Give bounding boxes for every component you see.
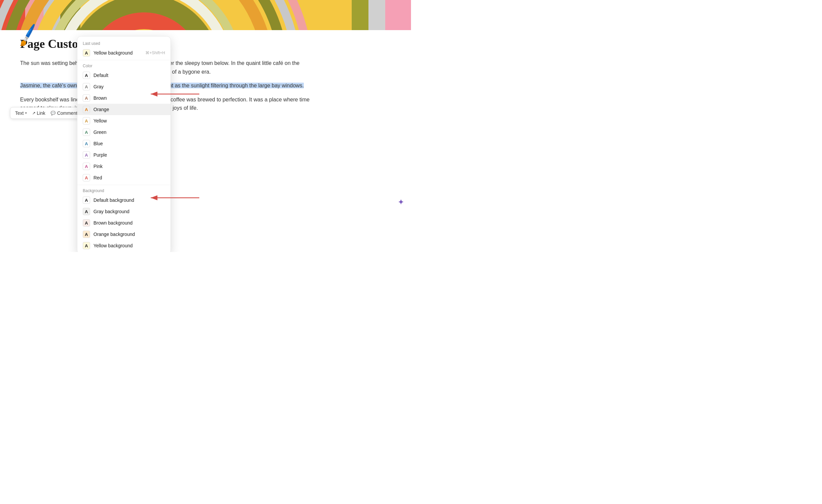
last-used-color-icon: A (83, 49, 90, 57)
last-used-shortcut: ⌘+Shift+H (145, 51, 165, 55)
bg-default-icon: A (83, 196, 90, 204)
color-orange-icon: A (83, 106, 90, 113)
background-section-label: Background (77, 186, 170, 194)
link-button[interactable]: ↗ Link (31, 110, 47, 116)
bg-yellow-label: Yellow background (93, 243, 165, 248)
link-icon: ↗ (32, 111, 36, 115)
color-default[interactable]: A Default (77, 70, 170, 81)
bg-default-label: Default background (93, 197, 165, 203)
divider-1 (77, 60, 170, 60)
color-gray[interactable]: A Gray (77, 81, 170, 92)
color-blue-label: Blue (93, 141, 165, 146)
color-red[interactable]: A Red (77, 172, 170, 183)
color-blue[interactable]: A Blue (77, 138, 170, 149)
color-purple-icon: A (83, 151, 90, 159)
color-yellow[interactable]: A Yellow (77, 115, 170, 127)
page-content-area: Page Customizat... The sun was setting b… (0, 30, 411, 124)
bg-brown-label: Brown background (93, 220, 165, 226)
paragraph-1: The sun was setting behind the distant m… (20, 59, 391, 76)
color-purple-label: Purple (93, 152, 165, 158)
sparkle-icon[interactable]: ✦ (398, 197, 404, 207)
header-banner (0, 0, 411, 30)
bg-brown[interactable]: A Brown background (77, 217, 170, 229)
text-label: Text (15, 110, 24, 116)
bg-yellow[interactable]: A Yellow background (77, 240, 170, 251)
color-brown[interactable]: A Brown (77, 92, 170, 104)
color-brown-icon: A (83, 94, 90, 102)
svg-rect-13 (352, 0, 368, 30)
bg-gray[interactable]: A Gray background (77, 206, 170, 217)
color-default-label: Default (93, 73, 165, 78)
color-section-label: Color (77, 62, 170, 70)
bg-yellow-icon: A (83, 242, 90, 249)
color-pink-label: Pink (93, 164, 165, 169)
link-label: Link (37, 110, 46, 116)
color-blue-icon: A (83, 140, 90, 147)
bg-orange[interactable]: A Orange background (77, 229, 170, 240)
comment-label: Comment (57, 110, 77, 116)
comment-icon: 💬 (51, 111, 56, 115)
color-pink[interactable]: A Pink (77, 161, 170, 172)
color-yellow-label: Yellow (93, 118, 165, 123)
last-used-item-label: Yellow background (93, 50, 142, 56)
color-pink-icon: A (83, 163, 90, 170)
divider-2 (77, 185, 170, 185)
color-green-label: Green (93, 130, 165, 135)
chevron-down-icon: ▾ (25, 111, 27, 115)
color-picker-dropdown: Last used A Yellow background ⌘+Shift+H … (77, 36, 171, 252)
color-red-label: Red (93, 175, 165, 180)
color-green[interactable]: A Green (77, 127, 170, 138)
text-type-button[interactable]: Text ▾ (14, 110, 28, 116)
bg-default[interactable]: A Default background (77, 194, 170, 206)
last-used-label: Last used (77, 39, 170, 47)
paragraph-2: Jasmine, the café's owner, moved gracefu… (20, 81, 391, 90)
color-red-icon: A (83, 174, 90, 181)
bg-gray-label: Gray background (93, 209, 165, 214)
color-gray-icon: A (83, 83, 90, 90)
bg-brown-icon: A (83, 219, 90, 227)
svg-rect-14 (301, 0, 352, 30)
bg-orange-icon: A (83, 231, 90, 238)
color-default-icon: A (83, 72, 90, 79)
color-green-icon: A (83, 129, 90, 136)
bg-orange-label: Orange background (93, 232, 165, 237)
last-used-item[interactable]: A Yellow background ⌘+Shift+H (77, 47, 170, 59)
color-purple[interactable]: A Purple (77, 149, 170, 161)
color-brown-label: Brown (93, 95, 165, 101)
color-orange-label: Orange (93, 107, 165, 112)
color-gray-label: Gray (93, 84, 165, 89)
svg-rect-12 (368, 0, 385, 30)
color-orange[interactable]: A Orange (77, 104, 170, 115)
bg-gray-icon: A (83, 208, 90, 215)
page-title: Page Customizat... (20, 37, 391, 51)
color-yellow-icon: A (83, 117, 90, 124)
svg-rect-11 (385, 0, 411, 30)
comment-button[interactable]: 💬 Comment (49, 110, 79, 116)
